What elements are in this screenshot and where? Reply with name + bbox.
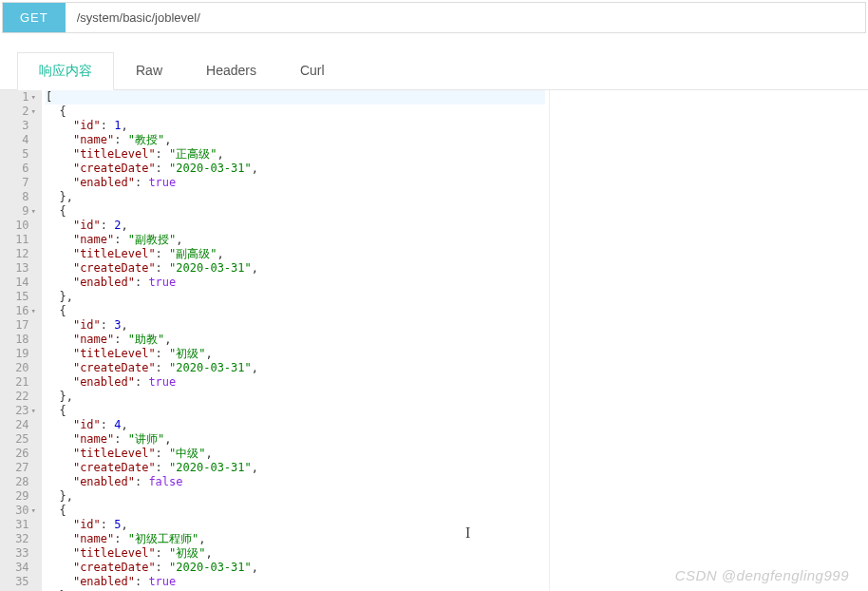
line-number: 14 [6,276,36,290]
code-line[interactable]: "id": 3, [46,318,545,333]
code-line[interactable]: { [46,105,545,119]
code-line[interactable]: "createDate": "2020-03-31", [46,361,545,375]
line-number: 11 [6,233,36,247]
line-number: 8 [6,190,36,204]
http-method-badge[interactable]: GET [3,3,66,32]
line-number: 34 [6,561,36,575]
line-number: 5 [6,147,36,162]
line-number: 15 [6,290,36,304]
line-number: 9▾ [6,204,36,219]
line-number: 30▾ [6,504,36,518]
line-number: 10 [6,219,36,233]
code-line[interactable]: "enabled": true [46,176,545,190]
code-line[interactable]: "id": 1, [46,119,545,133]
line-number: 16▾ [6,304,36,318]
tab-curl[interactable]: Curl [278,52,347,90]
fold-toggle-icon[interactable]: ▾ [31,504,36,518]
code-line[interactable]: "name": "助教", [46,333,545,347]
code-line[interactable]: "enabled": true [46,276,545,290]
line-number: 22 [6,390,36,404]
line-number: 27 [6,461,36,475]
line-number: 25 [6,432,36,447]
code-line[interactable]: "name": "副教授", [46,233,545,247]
code-line[interactable]: "titleLevel": "正高级", [46,147,545,162]
line-number-gutter: 1▾2▾3 4 5 6 7 8 9▾10 11 12 13 14 15 16▾1… [0,90,42,591]
line-number: 18 [6,333,36,347]
line-number: 13 [6,261,36,276]
code-line[interactable]: }, [46,190,545,204]
fold-toggle-icon[interactable]: ▾ [31,105,36,119]
code-line[interactable]: "id": 2, [46,219,545,233]
code-line[interactable]: "titleLevel": "初级", [46,347,545,361]
code-line[interactable]: [ [46,90,545,105]
fold-toggle-icon[interactable]: ▾ [31,204,36,219]
code-content[interactable]: [ { "id": 1, "name": "教授", "titleLevel":… [42,90,550,591]
line-number: 19 [6,347,36,361]
tab-headers[interactable]: Headers [184,52,278,90]
code-line[interactable]: "enabled": true [46,575,545,589]
line-number: 29 [6,489,36,504]
line-number: 23▾ [6,404,36,418]
line-number: 3 [6,119,36,133]
line-number: 28 [6,475,36,489]
line-number: 20 [6,361,36,375]
line-number: 35 [6,575,36,589]
tab-response-content[interactable]: 响应内容 [17,52,114,90]
code-line[interactable]: "createDate": "2020-03-31", [46,461,545,475]
code-line[interactable]: "titleLevel": "初级", [46,546,545,561]
code-line[interactable]: }, [46,489,545,504]
line-number: 32 [6,532,36,546]
fold-toggle-icon[interactable]: ▾ [31,90,36,105]
code-line[interactable]: "titleLevel": "中级", [46,447,545,461]
code-line[interactable]: "createDate": "2020-03-31", [46,561,545,575]
code-line[interactable]: "createDate": "2020-03-31", [46,261,545,276]
code-line[interactable]: "id": 4, [46,418,545,432]
line-number: 31 [6,518,36,532]
line-number: 33 [6,546,36,561]
fold-toggle-icon[interactable]: ▾ [31,304,36,318]
line-number: 4 [6,133,36,147]
code-line[interactable]: "titleLevel": "副高级", [46,247,545,261]
code-line[interactable]: { [46,404,545,418]
code-line[interactable]: "name": "讲师", [46,432,545,447]
code-line[interactable]: { [46,304,545,318]
line-number: 7 [6,176,36,190]
fold-toggle-icon[interactable]: ▾ [31,404,36,418]
code-line[interactable]: "enabled": false [46,475,545,489]
response-tabs: 响应内容 Raw Headers Curl [0,52,868,90]
line-number: 12 [6,247,36,261]
line-number: 6 [6,162,36,176]
line-number: 26 [6,447,36,461]
code-line[interactable]: }, [46,390,545,404]
code-line[interactable]: "createDate": "2020-03-31", [46,162,545,176]
code-line[interactable]: "name": "教授", [46,133,545,147]
line-number: 21 [6,375,36,390]
code-line[interactable]: }, [46,290,545,304]
text-cursor-icon: I [465,524,470,542]
code-line[interactable]: "enabled": true [46,375,545,390]
request-bar: GET [2,2,866,33]
line-number: 24 [6,418,36,432]
line-number: 1▾ [6,90,36,105]
code-line[interactable]: { [46,504,545,518]
code-editor: 1▾2▾3 4 5 6 7 8 9▾10 11 12 13 14 15 16▾1… [0,90,868,591]
code-line[interactable]: { [46,204,545,219]
tab-raw[interactable]: Raw [114,52,184,90]
url-input[interactable] [66,3,865,32]
line-number: 2▾ [6,105,36,119]
line-number: 17 [6,318,36,333]
